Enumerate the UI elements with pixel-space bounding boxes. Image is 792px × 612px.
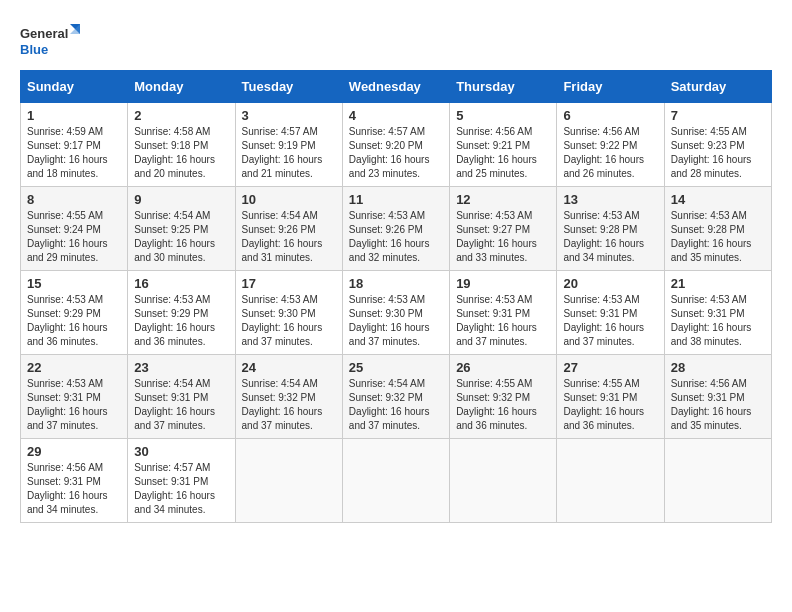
day-number: 12 — [456, 192, 550, 207]
day-number: 30 — [134, 444, 228, 459]
empty-cell — [664, 439, 771, 523]
empty-cell — [235, 439, 342, 523]
day-cell-29: 29Sunrise: 4:56 AM Sunset: 9:31 PM Dayli… — [21, 439, 128, 523]
week-row-5: 29Sunrise: 4:56 AM Sunset: 9:31 PM Dayli… — [21, 439, 772, 523]
day-cell-23: 23Sunrise: 4:54 AM Sunset: 9:31 PM Dayli… — [128, 355, 235, 439]
day-number: 20 — [563, 276, 657, 291]
day-cell-9: 9Sunrise: 4:54 AM Sunset: 9:25 PM Daylig… — [128, 187, 235, 271]
day-info: Sunrise: 4:53 AM Sunset: 9:31 PM Dayligh… — [456, 293, 550, 349]
week-row-2: 8Sunrise: 4:55 AM Sunset: 9:24 PM Daylig… — [21, 187, 772, 271]
day-cell-12: 12Sunrise: 4:53 AM Sunset: 9:27 PM Dayli… — [450, 187, 557, 271]
day-info: Sunrise: 4:54 AM Sunset: 9:31 PM Dayligh… — [134, 377, 228, 433]
day-cell-15: 15Sunrise: 4:53 AM Sunset: 9:29 PM Dayli… — [21, 271, 128, 355]
day-number: 18 — [349, 276, 443, 291]
day-info: Sunrise: 4:58 AM Sunset: 9:18 PM Dayligh… — [134, 125, 228, 181]
day-number: 22 — [27, 360, 121, 375]
day-number: 16 — [134, 276, 228, 291]
svg-text:Blue: Blue — [20, 42, 48, 57]
day-info: Sunrise: 4:56 AM Sunset: 9:31 PM Dayligh… — [27, 461, 121, 517]
day-info: Sunrise: 4:53 AM Sunset: 9:28 PM Dayligh… — [563, 209, 657, 265]
day-info: Sunrise: 4:53 AM Sunset: 9:26 PM Dayligh… — [349, 209, 443, 265]
page-header: General Blue — [20, 20, 772, 64]
day-cell-17: 17Sunrise: 4:53 AM Sunset: 9:30 PM Dayli… — [235, 271, 342, 355]
day-number: 15 — [27, 276, 121, 291]
day-number: 25 — [349, 360, 443, 375]
day-info: Sunrise: 4:53 AM Sunset: 9:27 PM Dayligh… — [456, 209, 550, 265]
empty-cell — [450, 439, 557, 523]
day-info: Sunrise: 4:55 AM Sunset: 9:24 PM Dayligh… — [27, 209, 121, 265]
logo-svg: General Blue — [20, 20, 80, 64]
day-number: 7 — [671, 108, 765, 123]
day-header-sunday: Sunday — [21, 71, 128, 103]
week-row-3: 15Sunrise: 4:53 AM Sunset: 9:29 PM Dayli… — [21, 271, 772, 355]
day-cell-19: 19Sunrise: 4:53 AM Sunset: 9:31 PM Dayli… — [450, 271, 557, 355]
day-number: 1 — [27, 108, 121, 123]
day-info: Sunrise: 4:53 AM Sunset: 9:31 PM Dayligh… — [563, 293, 657, 349]
day-cell-27: 27Sunrise: 4:55 AM Sunset: 9:31 PM Dayli… — [557, 355, 664, 439]
day-cell-1: 1Sunrise: 4:59 AM Sunset: 9:17 PM Daylig… — [21, 103, 128, 187]
day-cell-30: 30Sunrise: 4:57 AM Sunset: 9:31 PM Dayli… — [128, 439, 235, 523]
day-number: 4 — [349, 108, 443, 123]
day-cell-14: 14Sunrise: 4:53 AM Sunset: 9:28 PM Dayli… — [664, 187, 771, 271]
day-info: Sunrise: 4:55 AM Sunset: 9:31 PM Dayligh… — [563, 377, 657, 433]
day-header-tuesday: Tuesday — [235, 71, 342, 103]
day-number: 24 — [242, 360, 336, 375]
day-info: Sunrise: 4:53 AM Sunset: 9:30 PM Dayligh… — [349, 293, 443, 349]
day-cell-21: 21Sunrise: 4:53 AM Sunset: 9:31 PM Dayli… — [664, 271, 771, 355]
day-cell-22: 22Sunrise: 4:53 AM Sunset: 9:31 PM Dayli… — [21, 355, 128, 439]
empty-cell — [342, 439, 449, 523]
day-number: 27 — [563, 360, 657, 375]
day-info: Sunrise: 4:54 AM Sunset: 9:32 PM Dayligh… — [242, 377, 336, 433]
day-info: Sunrise: 4:56 AM Sunset: 9:22 PM Dayligh… — [563, 125, 657, 181]
day-cell-18: 18Sunrise: 4:53 AM Sunset: 9:30 PM Dayli… — [342, 271, 449, 355]
day-headers-row: SundayMondayTuesdayWednesdayThursdayFrid… — [21, 71, 772, 103]
day-info: Sunrise: 4:54 AM Sunset: 9:32 PM Dayligh… — [349, 377, 443, 433]
day-number: 13 — [563, 192, 657, 207]
day-info: Sunrise: 4:56 AM Sunset: 9:21 PM Dayligh… — [456, 125, 550, 181]
week-row-1: 1Sunrise: 4:59 AM Sunset: 9:17 PM Daylig… — [21, 103, 772, 187]
day-cell-28: 28Sunrise: 4:56 AM Sunset: 9:31 PM Dayli… — [664, 355, 771, 439]
day-info: Sunrise: 4:54 AM Sunset: 9:25 PM Dayligh… — [134, 209, 228, 265]
day-number: 6 — [563, 108, 657, 123]
day-number: 9 — [134, 192, 228, 207]
day-header-wednesday: Wednesday — [342, 71, 449, 103]
day-cell-16: 16Sunrise: 4:53 AM Sunset: 9:29 PM Dayli… — [128, 271, 235, 355]
day-cell-26: 26Sunrise: 4:55 AM Sunset: 9:32 PM Dayli… — [450, 355, 557, 439]
day-number: 14 — [671, 192, 765, 207]
day-info: Sunrise: 4:59 AM Sunset: 9:17 PM Dayligh… — [27, 125, 121, 181]
day-number: 28 — [671, 360, 765, 375]
day-cell-6: 6Sunrise: 4:56 AM Sunset: 9:22 PM Daylig… — [557, 103, 664, 187]
week-row-4: 22Sunrise: 4:53 AM Sunset: 9:31 PM Dayli… — [21, 355, 772, 439]
calendar-table: SundayMondayTuesdayWednesdayThursdayFrid… — [20, 70, 772, 523]
day-number: 3 — [242, 108, 336, 123]
day-number: 8 — [27, 192, 121, 207]
day-header-monday: Monday — [128, 71, 235, 103]
day-cell-20: 20Sunrise: 4:53 AM Sunset: 9:31 PM Dayli… — [557, 271, 664, 355]
day-info: Sunrise: 4:55 AM Sunset: 9:23 PM Dayligh… — [671, 125, 765, 181]
day-number: 11 — [349, 192, 443, 207]
day-header-saturday: Saturday — [664, 71, 771, 103]
day-header-friday: Friday — [557, 71, 664, 103]
day-cell-11: 11Sunrise: 4:53 AM Sunset: 9:26 PM Dayli… — [342, 187, 449, 271]
day-number: 26 — [456, 360, 550, 375]
day-cell-10: 10Sunrise: 4:54 AM Sunset: 9:26 PM Dayli… — [235, 187, 342, 271]
day-cell-13: 13Sunrise: 4:53 AM Sunset: 9:28 PM Dayli… — [557, 187, 664, 271]
day-header-thursday: Thursday — [450, 71, 557, 103]
day-info: Sunrise: 4:57 AM Sunset: 9:31 PM Dayligh… — [134, 461, 228, 517]
svg-text:General: General — [20, 26, 68, 41]
day-info: Sunrise: 4:53 AM Sunset: 9:30 PM Dayligh… — [242, 293, 336, 349]
day-cell-25: 25Sunrise: 4:54 AM Sunset: 9:32 PM Dayli… — [342, 355, 449, 439]
day-number: 29 — [27, 444, 121, 459]
day-cell-24: 24Sunrise: 4:54 AM Sunset: 9:32 PM Dayli… — [235, 355, 342, 439]
day-info: Sunrise: 4:55 AM Sunset: 9:32 PM Dayligh… — [456, 377, 550, 433]
day-info: Sunrise: 4:56 AM Sunset: 9:31 PM Dayligh… — [671, 377, 765, 433]
day-number: 17 — [242, 276, 336, 291]
day-info: Sunrise: 4:53 AM Sunset: 9:31 PM Dayligh… — [27, 377, 121, 433]
day-info: Sunrise: 4:53 AM Sunset: 9:28 PM Dayligh… — [671, 209, 765, 265]
day-cell-3: 3Sunrise: 4:57 AM Sunset: 9:19 PM Daylig… — [235, 103, 342, 187]
day-cell-5: 5Sunrise: 4:56 AM Sunset: 9:21 PM Daylig… — [450, 103, 557, 187]
logo: General Blue — [20, 20, 80, 64]
day-cell-8: 8Sunrise: 4:55 AM Sunset: 9:24 PM Daylig… — [21, 187, 128, 271]
day-info: Sunrise: 4:57 AM Sunset: 9:19 PM Dayligh… — [242, 125, 336, 181]
day-info: Sunrise: 4:53 AM Sunset: 9:29 PM Dayligh… — [27, 293, 121, 349]
